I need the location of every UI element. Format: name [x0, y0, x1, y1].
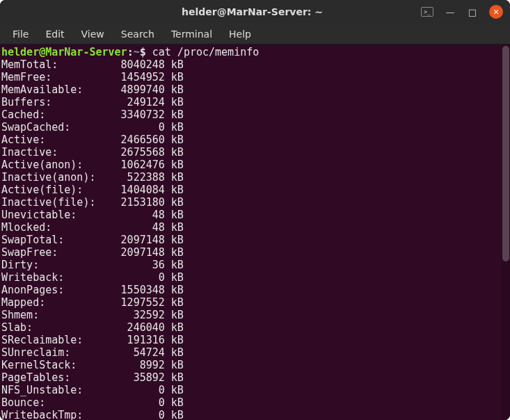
command-text: cat /proc/meminfo	[152, 46, 260, 58]
meminfo-row: Active: 2466560 kB	[1, 134, 184, 146]
terminal-output[interactable]: helder@MarNar-Server:~$ cat /proc/meminf…	[0, 45, 510, 420]
meminfo-row: Active(anon): 1062476 kB	[1, 159, 184, 171]
meminfo-row: Dirty: 36 kB	[1, 259, 184, 271]
meminfo-row: MemTotal: 8040248 kB	[1, 58, 184, 71]
menu-edit[interactable]: Edit	[38, 26, 71, 42]
meminfo-row: SUnreclaim: 54724 kB	[1, 346, 184, 359]
scrollbar-track[interactable]	[502, 45, 510, 420]
window-controls: >_ — □ ✕	[421, 5, 510, 19]
meminfo-row: Mapped: 1297552 kB	[1, 296, 184, 309]
close-button[interactable]: ✕	[489, 5, 503, 19]
menu-search[interactable]: Search	[114, 26, 161, 42]
terminal-viewport: helder@MarNar-Server:~$ cat /proc/meminf…	[0, 45, 510, 420]
meminfo-row: Slab: 246040 kB	[1, 321, 184, 334]
prompt-path: ~	[134, 46, 140, 58]
prompt-user-host: helder@MarNar-Server	[1, 46, 127, 58]
meminfo-row: Inactive(file): 2153180 kB	[1, 196, 184, 209]
meminfo-row: SReclaimable: 191316 kB	[1, 334, 184, 346]
meminfo-row: Buffers: 249124 kB	[1, 96, 184, 108]
menu-file[interactable]: File	[6, 26, 35, 42]
meminfo-row: PageTables: 35892 kB	[1, 371, 184, 384]
window-title: helder@MarNar-Server: ~	[83, 6, 421, 17]
meminfo-row: MemAvailable: 4899740 kB	[1, 83, 184, 96]
scrollbar-thumb[interactable]	[502, 46, 509, 261]
prompt-separator: :	[127, 46, 134, 58]
meminfo-row: Unevictable: 48 kB	[1, 209, 184, 221]
meminfo-row: SwapTotal: 2097148 kB	[1, 234, 184, 246]
meminfo-row: Active(file): 1404084 kB	[1, 184, 184, 196]
minimize-button[interactable]: —	[445, 6, 456, 17]
meminfo-row: Mlocked: 48 kB	[1, 221, 184, 234]
menubar: File Edit View Search Terminal Help	[0, 24, 510, 45]
maximize-button[interactable]: □	[467, 6, 478, 17]
prompt-symbol: $	[140, 46, 152, 58]
meminfo-row: WritebackTmp: 0 kB	[1, 409, 184, 420]
meminfo-row: NFS_Unstable: 0 kB	[1, 384, 184, 396]
meminfo-row: AnonPages: 1550348 kB	[1, 284, 184, 296]
menu-help[interactable]: Help	[222, 26, 258, 42]
terminal-window: helder@MarNar-Server: ~ >_ — □ ✕ File Ed…	[0, 0, 510, 420]
terminal-indicator-icon: >_	[421, 7, 433, 17]
meminfo-row: Inactive(anon): 522388 kB	[1, 171, 184, 184]
meminfo-row: Cached: 3340732 kB	[1, 108, 184, 121]
meminfo-row: SwapCached: 0 kB	[1, 121, 184, 134]
titlebar[interactable]: helder@MarNar-Server: ~ >_ — □ ✕	[0, 0, 510, 24]
meminfo-row: SwapFree: 2097148 kB	[1, 246, 184, 259]
meminfo-row: Bounce: 0 kB	[1, 396, 184, 409]
meminfo-row: MemFree: 1454952 kB	[1, 71, 184, 83]
meminfo-row: Inactive: 2675568 kB	[1, 146, 184, 159]
menu-view[interactable]: View	[74, 26, 111, 42]
meminfo-row: KernelStack: 8992 kB	[1, 359, 184, 371]
menu-terminal[interactable]: Terminal	[164, 26, 219, 42]
meminfo-row: Writeback: 0 kB	[1, 271, 184, 284]
meminfo-row: Shmem: 32592 kB	[1, 309, 184, 321]
